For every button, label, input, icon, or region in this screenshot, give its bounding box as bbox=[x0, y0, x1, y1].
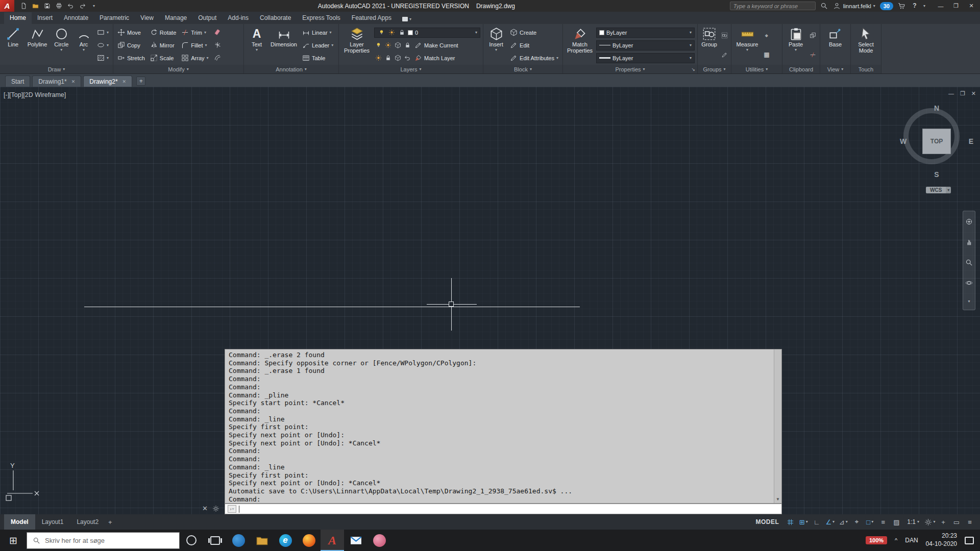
blue-round-app-button[interactable] bbox=[227, 530, 250, 551]
ribbon-tab-collaborate[interactable]: Collaborate bbox=[254, 12, 297, 24]
table-button[interactable]: Table bbox=[301, 53, 335, 63]
match-properties-button[interactable]: Match Properties bbox=[566, 26, 594, 65]
file-tab-drawing1[interactable]: Drawing1*✕ bbox=[32, 76, 81, 87]
compass-east-label[interactable]: E bbox=[969, 137, 973, 145]
edit-attributes-button[interactable]: Edit Attributes▾ bbox=[508, 53, 560, 63]
scroll-down-icon[interactable]: ▼ bbox=[777, 496, 779, 503]
layer-previous-tool-icon[interactable] bbox=[403, 54, 411, 62]
save-button[interactable] bbox=[42, 1, 52, 11]
ribbon-tab-output[interactable]: Output bbox=[192, 12, 222, 24]
text-button[interactable]: AText▾ bbox=[247, 26, 267, 65]
outlook-button[interactable] bbox=[344, 530, 368, 551]
copy-button[interactable]: Copy bbox=[116, 40, 146, 51]
layer-properties-button[interactable]: Layer Properties bbox=[341, 26, 372, 65]
help-search-input[interactable] bbox=[730, 2, 816, 10]
open-file-button[interactable] bbox=[30, 1, 40, 11]
polyline-button[interactable]: Polyline bbox=[26, 26, 49, 65]
customize-command-line-icon[interactable] bbox=[212, 505, 219, 512]
linetype-dropdown[interactable]: ByLayer▾ bbox=[596, 40, 695, 51]
zoom-icon[interactable] bbox=[965, 259, 973, 266]
polar-tracking-toggle[interactable]: ∠▾ bbox=[824, 516, 836, 528]
layers-panel-label[interactable]: Layers▾ bbox=[339, 65, 483, 73]
layer-select-dropdown[interactable]: 0 ▾ bbox=[374, 28, 480, 38]
measure-button[interactable]: Measure▾ bbox=[734, 26, 761, 65]
ribbon-tab-addins[interactable]: Add-ins bbox=[222, 12, 254, 24]
qat-customize-dropdown[interactable]: ▾ bbox=[89, 1, 99, 11]
ribbon-display-toggle[interactable]: ▾ bbox=[402, 17, 411, 24]
scale-button[interactable]: Scale bbox=[149, 53, 178, 63]
autocad-logo-icon[interactable]: A bbox=[0, 0, 14, 12]
new-drawing-tab-button[interactable]: + bbox=[136, 77, 145, 86]
properties-dialog-launcher[interactable]: ↘ bbox=[691, 67, 695, 72]
layout-tab-layout2[interactable]: Layout2 bbox=[70, 514, 105, 530]
ribbon-tab-parametric[interactable]: Parametric bbox=[94, 12, 135, 24]
dimension-button[interactable]: Dimension bbox=[269, 26, 299, 65]
edge-button[interactable]: e bbox=[274, 530, 297, 551]
object-color-dropdown[interactable]: ByLayer▾ bbox=[596, 28, 695, 38]
layer-isolate-tool-icon[interactable] bbox=[384, 41, 392, 49]
file-tab-drawing2[interactable]: Drawing2*✕ bbox=[83, 76, 132, 87]
file-tab-start[interactable]: Start bbox=[5, 76, 30, 87]
layer-freeze-tool-icon[interactable] bbox=[394, 41, 402, 49]
layout-tab-layout1[interactable]: Layout1 bbox=[35, 514, 70, 530]
layer-unisolate-tool-icon[interactable] bbox=[374, 54, 382, 62]
annotation-scale-add-button[interactable]: + bbox=[937, 516, 949, 528]
arc-button[interactable]: Arc▾ bbox=[74, 26, 93, 65]
layer-lock-tool-icon[interactable] bbox=[403, 41, 411, 49]
layer-off-tool-icon[interactable] bbox=[374, 41, 382, 49]
linear-dimension-button[interactable]: Linear▾ bbox=[301, 28, 335, 38]
model-space-label[interactable]: MODEL bbox=[755, 518, 779, 525]
line-button[interactable]: Line bbox=[3, 26, 24, 65]
close-command-line-icon[interactable]: ✕ bbox=[202, 505, 208, 512]
view-panel-label[interactable]: View▾ bbox=[820, 65, 850, 73]
plot-button[interactable] bbox=[54, 1, 64, 11]
mirror-button[interactable]: Mirror bbox=[149, 40, 178, 51]
redo-button[interactable] bbox=[77, 1, 87, 11]
object-snap-tracking-toggle[interactable]: ⌖ bbox=[850, 516, 863, 528]
select-mode-button[interactable]: Select Mode bbox=[855, 26, 877, 65]
account-menu[interactable]: linnart.felkl ▾ bbox=[833, 2, 875, 10]
ungroup-icon[interactable] bbox=[720, 32, 728, 40]
fillet-button[interactable]: Fillet▾ bbox=[180, 40, 210, 51]
close-drawing2-icon[interactable]: ✕ bbox=[122, 79, 127, 84]
minimize-viewport-button[interactable]: — bbox=[948, 90, 954, 97]
match-layer-button[interactable]: Match Layer bbox=[413, 53, 457, 63]
close-drawing1-icon[interactable]: ✕ bbox=[71, 79, 76, 84]
ribbon-tab-annotate[interactable]: Annotate bbox=[58, 12, 94, 24]
object-snap-toggle[interactable]: □▾ bbox=[864, 516, 876, 528]
task-view-button[interactable] bbox=[203, 530, 227, 551]
stretch-button[interactable]: Stretch bbox=[116, 53, 146, 63]
paste-button[interactable]: Paste▾ bbox=[785, 26, 806, 65]
command-input-bar[interactable]: ›▾ bbox=[225, 504, 782, 514]
action-center-icon[interactable] bbox=[965, 537, 974, 544]
array-button[interactable]: Array▾ bbox=[180, 53, 210, 63]
compass-west-label[interactable]: W bbox=[900, 137, 906, 145]
lineweight-display-toggle[interactable]: ≡ bbox=[877, 516, 889, 528]
wcs-dropdown-icon[interactable]: ▾ bbox=[946, 187, 951, 193]
groups-panel-label[interactable]: Groups▾ bbox=[698, 65, 731, 73]
app-store-cart-icon[interactable] bbox=[898, 2, 906, 10]
restore-window-button[interactable]: ❐ bbox=[948, 0, 964, 12]
start-button[interactable]: ⊞ bbox=[0, 530, 27, 551]
compass-north-label[interactable]: N bbox=[934, 104, 939, 112]
rotate-button[interactable]: Rotate bbox=[149, 28, 178, 38]
draw-panel-label[interactable]: Draw▾ bbox=[0, 65, 113, 73]
view-cube[interactable]: N S W E TOP bbox=[898, 103, 975, 180]
ribbon-tab-insert[interactable]: Insert bbox=[32, 12, 58, 24]
circle-button[interactable]: Circle▾ bbox=[51, 26, 72, 65]
restore-viewport-button[interactable]: ❐ bbox=[960, 90, 965, 97]
group-edit-icon[interactable] bbox=[720, 51, 728, 59]
autocad-taskbar-button[interactable]: A bbox=[321, 530, 344, 551]
properties-panel-label[interactable]: Properties▾↘ bbox=[563, 65, 697, 73]
taskbar-search[interactable] bbox=[27, 532, 180, 549]
help-icon[interactable]: ? bbox=[911, 2, 919, 10]
layer-walk-tool-icon[interactable] bbox=[394, 54, 402, 62]
transparency-toggle[interactable]: ▨ bbox=[890, 516, 902, 528]
base-view-button[interactable]: Base bbox=[825, 26, 846, 65]
create-block-button[interactable]: Create bbox=[508, 28, 560, 38]
group-button[interactable]: Group bbox=[700, 26, 718, 65]
ribbon-tab-manage[interactable]: Manage bbox=[159, 12, 192, 24]
snap-mode-toggle[interactable]: ⊞▾ bbox=[797, 516, 810, 528]
utilities-panel-label[interactable]: Utilities▾ bbox=[731, 65, 782, 73]
battery-percentage-badge[interactable]: 100% bbox=[866, 536, 887, 544]
